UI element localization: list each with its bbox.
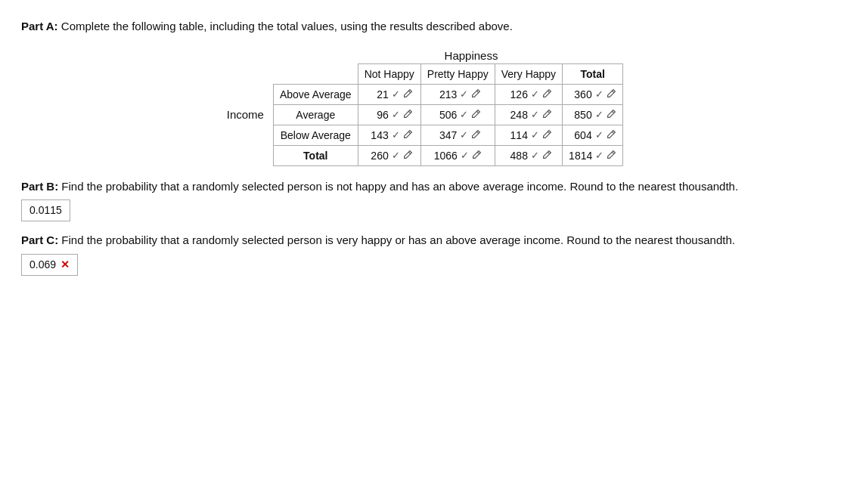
part-c-section: Part C: Find the probability that a rand…: [21, 232, 823, 276]
empty-cell-1: [221, 63, 274, 84]
check-icon: ✓: [460, 88, 468, 100]
edit-icon[interactable]: [471, 129, 481, 141]
happiness-header: Happiness: [319, 49, 624, 62]
check-icon: ✓: [595, 109, 604, 120]
cell-r3-c0[interactable]: 260✓: [358, 145, 420, 165]
check-icon: ✓: [595, 88, 604, 100]
edit-icon[interactable]: [542, 150, 552, 162]
part-b-text: Part B: Find the probability that a rand…: [21, 178, 823, 196]
edit-icon[interactable]: [471, 88, 481, 100]
part-b-answer-box[interactable]: 0.0115: [21, 199, 70, 221]
edit-icon[interactable]: [403, 150, 413, 162]
part-b-label: Part B:: [21, 180, 58, 193]
edit-icon[interactable]: [607, 109, 616, 121]
cell-r3-c1[interactable]: 1066✓: [420, 145, 495, 165]
happiness-table: Not Happy Pretty Happy Very Happy Total …: [221, 63, 624, 166]
cell-r2-c0[interactable]: 143✓: [358, 125, 420, 145]
row-label-3: Total: [273, 145, 358, 165]
part-c-answer-box[interactable]: 0.069 ✕: [21, 254, 78, 276]
edit-icon[interactable]: [542, 129, 552, 141]
check-icon: ✓: [392, 150, 400, 161]
cell-r1-c3[interactable]: 850✓: [563, 104, 623, 125]
check-icon: ✓: [595, 129, 604, 141]
col-not-happy: Not Happy: [358, 63, 420, 84]
cell-r3-c3[interactable]: 1814✓: [563, 145, 623, 165]
row-label-2: Below Average: [273, 125, 358, 145]
part-b-description: Find the probability that a randomly sel…: [61, 180, 738, 193]
part-a-text: Part A: Complete the following table, in…: [21, 18, 823, 36]
check-icon: ✓: [595, 150, 604, 161]
part-c-label: Part C:: [21, 233, 58, 246]
edit-icon[interactable]: [471, 109, 481, 121]
check-icon: ✓: [531, 109, 539, 120]
check-icon: ✓: [531, 150, 539, 161]
income-label: Income: [221, 84, 274, 145]
check-icon: ✓: [461, 150, 469, 161]
check-icon: ✓: [531, 88, 539, 100]
check-icon: ✓: [392, 129, 400, 141]
check-icon: ✓: [460, 109, 468, 120]
row-label-0: Above Average: [273, 84, 358, 104]
row-label-1: Average: [273, 104, 358, 125]
edit-icon[interactable]: [403, 88, 413, 100]
edit-icon[interactable]: [607, 88, 616, 100]
cell-r0-c1[interactable]: 213✓: [420, 84, 495, 104]
edit-icon[interactable]: [607, 129, 616, 141]
part-c-text: Part C: Find the probability that a rand…: [21, 232, 823, 249]
edit-icon[interactable]: [472, 150, 482, 162]
cell-r1-c0[interactable]: 96✓: [358, 104, 420, 125]
edit-icon[interactable]: [607, 150, 616, 162]
part-c-answer-value: 0.069: [29, 257, 56, 273]
table-wrapper: Happiness Not Happy Pretty Happy Very Ha…: [21, 49, 823, 166]
check-icon: ✓: [392, 88, 400, 100]
cell-r2-c2[interactable]: 114✓: [495, 125, 562, 145]
cell-r0-c0[interactable]: 21✓: [358, 84, 420, 104]
check-icon: ✓: [392, 109, 400, 120]
col-very-happy: Very Happy: [495, 63, 562, 84]
cell-r3-c2[interactable]: 488✓: [495, 145, 562, 165]
check-icon: ✓: [531, 129, 539, 141]
part-c-description: Find the probability that a randomly sel…: [61, 233, 735, 246]
part-a-description: Complete the following table, including …: [61, 20, 513, 32]
part-a-label: Part A:: [21, 20, 58, 32]
empty-cell-2: [273, 63, 358, 84]
cell-r1-c1[interactable]: 506✓: [420, 104, 495, 125]
cell-r2-c3[interactable]: 604✓: [563, 125, 623, 145]
edit-icon[interactable]: [542, 109, 552, 121]
part-b-answer-value: 0.0115: [29, 203, 62, 218]
part-b-section: Part B: Find the probability that a rand…: [21, 178, 823, 222]
cell-r2-c1[interactable]: 347✓: [420, 125, 495, 145]
edit-icon[interactable]: [403, 129, 413, 141]
col-pretty-happy: Pretty Happy: [420, 63, 495, 84]
edit-icon[interactable]: [403, 109, 413, 121]
cell-r0-c3[interactable]: 360✓: [563, 84, 623, 104]
empty-total-income: [221, 145, 274, 165]
col-total: Total: [563, 63, 623, 84]
part-c-wrong-icon: ✕: [61, 257, 70, 273]
edit-icon[interactable]: [542, 88, 552, 100]
cell-r1-c2[interactable]: 248✓: [495, 104, 562, 125]
check-icon: ✓: [460, 129, 468, 141]
cell-r0-c2[interactable]: 126✓: [495, 84, 562, 104]
